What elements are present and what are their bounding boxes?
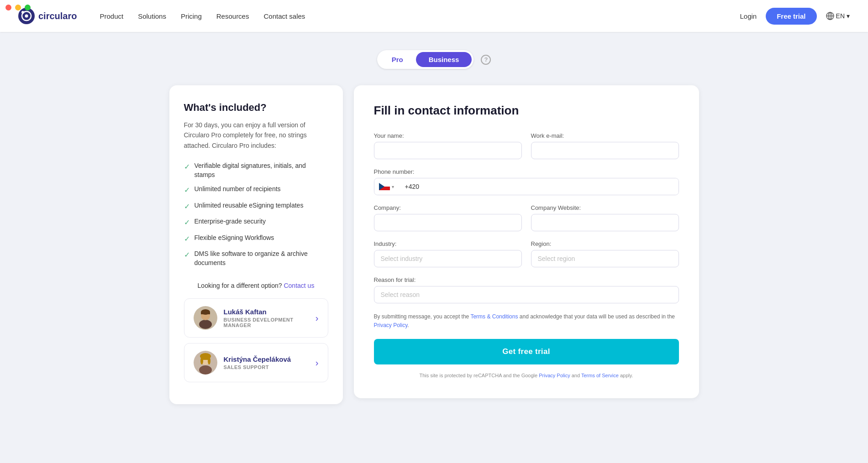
- whats-included-desc: For 30 days, you can enjoy a full versio…: [184, 120, 328, 151]
- help-icon[interactable]: ?: [481, 55, 491, 65]
- free-trial-button[interactable]: Free trial: [766, 8, 816, 25]
- industry-select[interactable]: Select industry: [374, 250, 522, 267]
- plan-toggle: Pro Business: [377, 50, 474, 69]
- nav-right: Login Free trial EN ▾: [740, 8, 850, 25]
- industry-label: Industry:: [374, 240, 522, 247]
- form-row-reason: Reason for trial: Select reason: [374, 276, 679, 303]
- email-input[interactable]: [531, 142, 679, 159]
- list-item: ✓ DMS like software to organize & archiv…: [184, 250, 328, 267]
- nav-solutions[interactable]: Solutions: [138, 12, 166, 20]
- right-panel: Fill in contact information Your name: W…: [354, 85, 699, 398]
- contact-card-lukas[interactable]: Lukáš Kaftan Business Development Manage…: [184, 298, 328, 338]
- list-item: ✓ Unlimited reusable eSigning templates: [184, 201, 328, 212]
- form-row-phone: Phone number: ▾: [374, 168, 679, 195]
- submit-button[interactable]: Get free trial: [374, 339, 679, 364]
- contact-name-kristyna: Kristýna Čepeláková: [224, 355, 309, 363]
- svg-point-19: [208, 357, 210, 364]
- company-label: Company:: [374, 204, 522, 211]
- language-label: EN: [836, 12, 845, 20]
- form-group-phone: Phone number: ▾: [374, 168, 679, 195]
- captcha-privacy-link[interactable]: Privacy Policy: [539, 373, 570, 378]
- check-icon: ✓: [184, 185, 190, 195]
- name-input[interactable]: [374, 142, 522, 159]
- form-group-reason: Reason for trial: Select reason: [374, 276, 679, 303]
- form-group-website: Company Website:: [531, 204, 679, 231]
- list-item: ✓ Verifiable digital signatures, initial…: [184, 161, 328, 179]
- navbar: circularo Product Solutions Pricing Reso…: [0, 0, 868, 32]
- login-link[interactable]: Login: [740, 12, 757, 20]
- check-icon: ✓: [184, 218, 190, 228]
- contact-us-link[interactable]: Contact us: [284, 282, 314, 289]
- contact-info-kristyna: Kristýna Čepeláková Sales Support: [224, 355, 309, 370]
- email-label: Work e-mail:: [531, 132, 679, 139]
- form-row-company: Company: Company Website:: [374, 204, 679, 231]
- contact-role-lukas: Business Development Manager: [224, 317, 309, 328]
- avatar-kristyna-svg: [194, 351, 217, 375]
- name-label: Your name:: [374, 132, 522, 139]
- feature-text: DMS like software to organize & archive …: [195, 250, 328, 267]
- chevron-right-icon: ›: [316, 358, 319, 368]
- contact-card-kristyna[interactable]: Kristýna Čepeláková Sales Support ›: [184, 343, 328, 382]
- nav-contact-sales[interactable]: Contact sales: [263, 12, 305, 20]
- flag-czech: [379, 183, 390, 190]
- list-item: ✓ Flexible eSigning Workflows: [184, 234, 328, 244]
- svg-rect-12: [201, 312, 210, 314]
- contact-info-lukas: Lukáš Kaftan Business Development Manage…: [224, 308, 309, 328]
- nav-product[interactable]: Product: [100, 12, 123, 20]
- feature-text: Enterprise-grade security: [195, 217, 266, 226]
- captcha-terms-link[interactable]: Terms of Service: [581, 373, 619, 378]
- check-icon: ✓: [184, 202, 190, 212]
- minimize-button[interactable]: [15, 5, 21, 10]
- plan-toggle-row: Pro Business ?: [169, 50, 699, 69]
- toggle-pro[interactable]: Pro: [379, 52, 416, 67]
- contact-name-lukas: Lukáš Kaftan: [224, 308, 309, 316]
- captcha-text: This site is protected by reCAPTCHA and …: [374, 372, 679, 380]
- svg-point-2: [25, 15, 28, 18]
- language-selector[interactable]: EN ▾: [826, 12, 850, 20]
- reason-select[interactable]: Select reason: [374, 286, 679, 303]
- privacy-link[interactable]: Privacy Policy: [374, 322, 408, 328]
- features-list: ✓ Verifiable digital signatures, initial…: [184, 161, 328, 267]
- avatar-lukas: [194, 306, 217, 330]
- company-input[interactable]: [374, 214, 522, 231]
- chevron-right-icon: ›: [316, 313, 319, 323]
- avatar-lukas-svg: [194, 306, 217, 330]
- list-item: ✓ Enterprise-grade security: [184, 217, 328, 228]
- list-item: ✓ Unlimited number of recipients: [184, 185, 328, 195]
- nav-pricing[interactable]: Pricing: [181, 12, 202, 20]
- form-group-email: Work e-mail:: [531, 132, 679, 159]
- svg-point-3: [21, 11, 24, 14]
- contact-role-kristyna: Sales Support: [224, 364, 309, 370]
- traffic-lights: [5, 5, 31, 10]
- contact-us-text: Looking for a different option? Contact …: [184, 282, 328, 289]
- form-group-name: Your name:: [374, 132, 522, 159]
- toggle-business[interactable]: Business: [416, 52, 472, 67]
- main-columns: What's included? For 30 days, you can en…: [169, 85, 699, 404]
- reason-label: Reason for trial:: [374, 276, 679, 283]
- logo-text: circularo: [38, 11, 77, 21]
- legal-text: By submitting message, you accept the Te…: [374, 312, 679, 330]
- maximize-button[interactable]: [25, 5, 31, 10]
- close-button[interactable]: [5, 5, 11, 10]
- phone-code-input[interactable]: [399, 178, 679, 195]
- website-input[interactable]: [531, 214, 679, 231]
- form-row-industry-region: Industry: Select industry Region: Select…: [374, 240, 679, 267]
- left-panel: What's included? For 30 days, you can en…: [169, 85, 343, 404]
- svg-point-9: [199, 320, 212, 329]
- form-group-company: Company:: [374, 204, 522, 231]
- terms-link[interactable]: Terms & Conditions: [470, 313, 518, 320]
- form-group-region: Region: Select region: [531, 240, 679, 267]
- phone-field: ▾: [374, 178, 679, 195]
- check-icon: ✓: [184, 162, 190, 172]
- feature-text: Flexible eSigning Workflows: [195, 234, 274, 243]
- phone-flag-button[interactable]: ▾: [374, 178, 399, 195]
- form-title: Fill in contact information: [374, 104, 679, 118]
- page-content: Pro Business ? What's included? For 30 d…: [160, 32, 708, 432]
- nav-resources[interactable]: Resources: [216, 12, 249, 20]
- check-icon: ✓: [184, 250, 190, 260]
- form-row-name-email: Your name: Work e-mail:: [374, 132, 679, 159]
- region-select[interactable]: Select region: [531, 250, 679, 267]
- globe-icon: [826, 12, 834, 20]
- whats-included-title: What's included?: [184, 102, 328, 114]
- feature-text: Verifiable digital signatures, initials,…: [195, 161, 328, 179]
